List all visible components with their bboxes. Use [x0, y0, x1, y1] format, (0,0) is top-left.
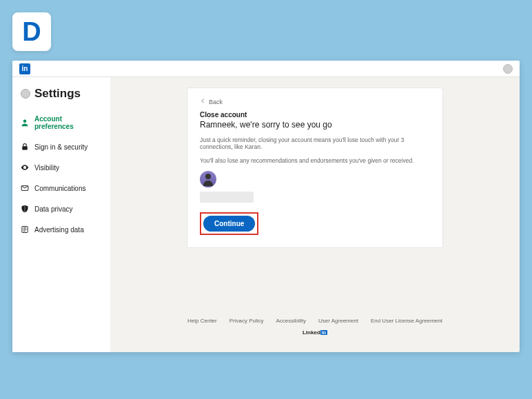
profile-avatar-icon[interactable] [503, 64, 513, 74]
outer-brand-badge: D [12, 12, 51, 51]
linkedin-icon[interactable]: in [19, 63, 30, 74]
footer: Help Center Privacy Policy Accessibility… [131, 276, 499, 341]
connection-name-redacted [200, 192, 254, 203]
back-button[interactable]: Back [200, 98, 430, 105]
back-label: Back [209, 99, 223, 105]
eye-icon [21, 163, 29, 172]
receipt-icon [21, 225, 29, 234]
continue-button[interactable]: Continue [203, 216, 255, 232]
lock-icon [21, 143, 29, 151]
sidebar-item-data-privacy[interactable]: Data privacy [12, 198, 110, 219]
close-account-card: Back Close account Ramneek, we're sorry … [187, 88, 442, 247]
footer-link-help-center[interactable]: Help Center [187, 318, 217, 324]
topbar: in [12, 61, 520, 77]
content-area: Back Close account Ramneek, we're sorry … [110, 77, 520, 352]
sidebar-item-label: Communications [34, 185, 85, 192]
linkedin-badge-icon: in [320, 330, 327, 335]
svg-rect-1 [22, 146, 28, 150]
sidebar-item-communications[interactable]: Communications [12, 178, 110, 198]
arrow-left-icon [200, 98, 206, 105]
sidebar-item-sign-in-security[interactable]: Sign in & security [12, 136, 110, 157]
sidebar-item-account-preferences[interactable]: Account preferences [12, 109, 110, 136]
section-label: Close account [200, 111, 430, 119]
user-avatar-icon [21, 89, 30, 99]
page-title: Settings [34, 87, 81, 101]
footer-link-accessibility[interactable]: Accessibility [276, 318, 307, 324]
lose-text: You'll also lose any recommendations and… [200, 157, 430, 164]
connection-avatar-icon [200, 171, 216, 187]
sidebar-item-label: Sign in & security [34, 143, 88, 151]
page-heading: Ramneek, we're sorry to see you go [200, 120, 430, 130]
sidebar-item-label: Account preferences [34, 115, 102, 130]
outer-brand-letter: D [22, 17, 41, 47]
shield-icon [21, 205, 29, 213]
sidebar-item-visibility[interactable]: Visibility [12, 157, 110, 178]
sidebar-item-advertising-data[interactable]: Advertising data [12, 219, 110, 240]
svg-point-0 [23, 120, 27, 123]
footer-link-privacy-policy[interactable]: Privacy Policy [229, 318, 264, 324]
person-icon [21, 119, 29, 127]
app-window: in Settings Account preferences Sign in … [12, 61, 520, 352]
footer-brand: Linkedin [131, 329, 499, 336]
footer-link-eula[interactable]: End User License Agreement [371, 318, 442, 324]
mail-icon [21, 184, 29, 192]
sidebar-item-label: Advertising data [34, 226, 84, 234]
sidebar: Settings Account preferences Sign in & s… [12, 77, 110, 352]
footer-link-user-agreement[interactable]: User Agreement [318, 318, 358, 324]
footer-links: Help Center Privacy Policy Accessibility… [131, 318, 499, 324]
continue-highlight-box: Continue [200, 212, 258, 235]
reminder-text: Just a quick reminder, closing your acco… [200, 136, 430, 150]
sidebar-item-label: Visibility [34, 164, 59, 172]
main-area: Settings Account preferences Sign in & s… [12, 77, 520, 352]
sidebar-item-label: Data privacy [34, 205, 73, 213]
settings-header: Settings [12, 84, 110, 109]
